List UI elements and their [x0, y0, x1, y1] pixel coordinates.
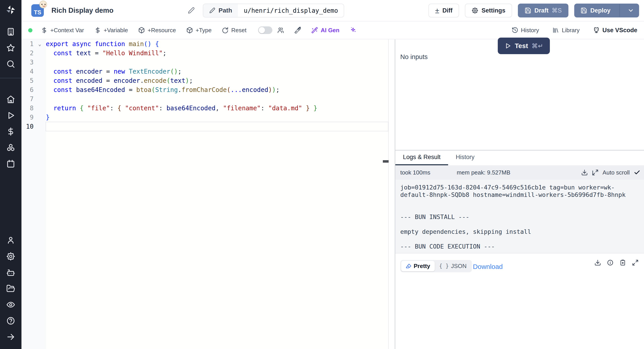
- results-tabs: Logs & Result History: [395, 151, 644, 165]
- code-line[interactable]: 7: [22, 94, 388, 104]
- refresh-icon: [222, 27, 228, 34]
- code-line[interactable]: 6 const base64Encoded = btoa(String.from…: [22, 85, 388, 94]
- inputs-area: Test ⌘↵ No inputs: [395, 39, 644, 150]
- tab-history[interactable]: History: [448, 151, 482, 165]
- context-var-label: +Context Var: [50, 27, 84, 34]
- reset-button[interactable]: Reset: [222, 27, 246, 34]
- json-tab[interactable]: { } JSON: [435, 261, 471, 271]
- highlighter-icon: [406, 263, 412, 269]
- diff-button[interactable]: ± Diff: [428, 4, 459, 18]
- chevron-down-icon: [628, 7, 634, 14]
- user-icon[interactable]: [0, 232, 22, 248]
- check-icon[interactable]: [634, 169, 640, 176]
- diff-label: Diff: [442, 7, 452, 14]
- result-area: Pretty { } JSON Download: [395, 253, 644, 349]
- magic-wand-icon: [311, 27, 318, 34]
- tab-logs-result[interactable]: Logs & Result: [395, 151, 448, 165]
- package-icon: [186, 27, 193, 34]
- code-line[interactable]: 9}: [22, 113, 388, 122]
- download-logs-icon[interactable]: [581, 169, 588, 176]
- job-logs[interactable]: job=01912d75-163d-8204-47c9-5469c516cb1e…: [395, 180, 644, 253]
- code-line[interactable]: 10: [22, 122, 388, 131]
- package-icon: [138, 27, 145, 34]
- overview-ruler-marker: [383, 160, 389, 163]
- download-result-link[interactable]: Download: [473, 263, 503, 270]
- code-line[interactable]: 5 const encoded = encoder.encode(text);: [22, 76, 388, 85]
- settings-gear-icon[interactable]: [0, 248, 22, 264]
- sidebar-divider: [0, 78, 22, 78]
- add-resource-button[interactable]: +Resource: [138, 27, 176, 34]
- dollar-icon: [94, 27, 101, 34]
- toggle-knob: [259, 27, 265, 33]
- path-label: Path: [218, 7, 232, 14]
- save-icon: [524, 7, 531, 14]
- history-button[interactable]: History: [512, 27, 539, 34]
- code-line[interactable]: 2 const text = "Hello Windmill";: [22, 49, 388, 58]
- resource-label: +Resource: [148, 27, 176, 34]
- draft-button[interactable]: Draft ⌘S: [518, 4, 568, 18]
- collapse-arrow-icon[interactable]: [0, 329, 22, 345]
- add-variable-button[interactable]: +Variable: [94, 27, 128, 34]
- star-icon[interactable]: [0, 40, 22, 56]
- diff-mode-toggle[interactable]: [258, 27, 272, 34]
- bun-runtime-icon: [39, 1, 47, 8]
- audit-eye-icon[interactable]: [0, 297, 22, 313]
- runs-play-icon[interactable]: [0, 107, 22, 124]
- deploy-label: Deploy: [590, 7, 610, 14]
- library-button[interactable]: Library: [552, 27, 580, 34]
- expand-logs-icon[interactable]: [592, 169, 598, 176]
- download-result-icon[interactable]: [594, 259, 601, 266]
- code-line[interactable]: 8 return { "file": { "content": base64En…: [22, 104, 388, 113]
- code-editor[interactable]: 1⌄export async function main() {2 const …: [22, 39, 389, 349]
- type-label: +Type: [196, 27, 212, 34]
- building-icon[interactable]: [0, 24, 22, 40]
- users-icon: [277, 27, 284, 34]
- path-button[interactable]: Path u/henri/rich_display_demo: [203, 4, 344, 18]
- history-label: History: [521, 27, 539, 34]
- deploy-dropdown-button[interactable]: [623, 7, 639, 14]
- editor-toolbar: +Context Var +Variable +Resource +Type R…: [22, 22, 644, 39]
- resources-boxes-icon[interactable]: [0, 140, 22, 156]
- copy-clipboard-icon[interactable]: [620, 259, 626, 266]
- memory-text: mem peak: 9.527MB: [456, 169, 510, 176]
- code-lines[interactable]: 1⌄export async function main() {2 const …: [22, 39, 388, 131]
- pretty-tab[interactable]: Pretty: [401, 261, 435, 271]
- ai-gen-button[interactable]: AI Gen: [311, 27, 340, 34]
- windmill-logo[interactable]: [6, 5, 16, 15]
- autoscroll-label[interactable]: Auto scroll: [603, 169, 630, 176]
- deploy-split-divider: [620, 4, 620, 17]
- code-line[interactable]: 1⌄export async function main() {: [22, 39, 388, 49]
- help-icon[interactable]: [0, 313, 22, 329]
- use-vscode-button[interactable]: Use VScode: [593, 27, 637, 34]
- top-bar: TS Rich Display demo Path u/henri/rich_d…: [22, 0, 644, 22]
- paintbrush-icon: [294, 27, 301, 34]
- library-icon: [552, 27, 559, 34]
- search-icon[interactable]: [0, 56, 22, 72]
- play-icon: [504, 43, 511, 49]
- path-value: u/henri/rich_display_demo: [238, 4, 344, 17]
- deploy-button[interactable]: Deploy: [574, 4, 639, 18]
- settings-button[interactable]: Settings: [465, 4, 512, 18]
- ai-sparkles-button[interactable]: [350, 27, 356, 34]
- test-button[interactable]: Test ⌘↵: [498, 38, 550, 54]
- expand-result-icon[interactable]: [632, 259, 639, 266]
- home-icon[interactable]: [0, 91, 22, 107]
- code-line[interactable]: 4 const encoder = new TextEncoder();: [22, 67, 388, 76]
- format-button[interactable]: [294, 27, 301, 34]
- info-icon[interactable]: [607, 259, 614, 266]
- add-type-button[interactable]: +Type: [186, 27, 212, 34]
- braces-icon: { }: [439, 263, 449, 269]
- edit-summary-pencil-icon[interactable]: [188, 7, 195, 14]
- variables-dollar-icon[interactable]: [0, 124, 22, 140]
- duration-text: took 100ms: [400, 169, 430, 176]
- json-label: JSON: [451, 263, 466, 270]
- run-preview-panel: Test ⌘↵ No inputs Logs & Result History …: [395, 39, 644, 349]
- folders-icon[interactable]: [0, 280, 22, 297]
- code-line[interactable]: 3: [22, 58, 388, 67]
- add-context-var-button[interactable]: +Context Var: [41, 27, 84, 34]
- result-view-switch: Pretty { } JSON: [400, 260, 472, 272]
- workers-bot-icon[interactable]: [0, 264, 22, 280]
- collaborators-button[interactable]: [277, 27, 284, 34]
- vscode-icon: [593, 27, 600, 34]
- schedules-calendar-icon[interactable]: [0, 156, 22, 172]
